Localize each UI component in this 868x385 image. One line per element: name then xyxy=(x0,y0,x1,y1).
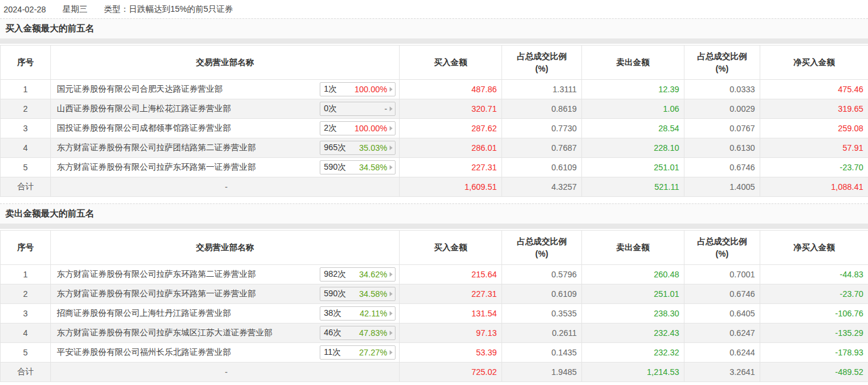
row-index-cell: 3 xyxy=(1,119,51,138)
date-bar: 2024-02-28 星期三 类型： 日跌幅达到15%的前5只证券 xyxy=(0,0,868,18)
visits-badge[interactable]: 38次42.11% xyxy=(320,306,396,321)
table-row: 1东方财富证券股份有限公司拉萨东环路第二证券营业部982次34.62%215.6… xyxy=(1,265,868,284)
sell-amount-cell: 238.30 xyxy=(582,304,684,323)
visits-badge[interactable]: 46次47.83% xyxy=(320,326,396,340)
win-rate: 42.11% xyxy=(360,309,387,318)
visits-badge[interactable]: 0次- xyxy=(320,102,396,116)
sell-amount-cell: 12.39 xyxy=(582,80,684,99)
row-index-cell: 1 xyxy=(1,265,51,284)
col-net-amount: 净买入金额 xyxy=(760,231,868,265)
chevron-right-icon xyxy=(390,165,393,170)
total-row: 合计-725.021.94851,214.533.2641-489.52 xyxy=(1,363,868,382)
department-cell: 东方财富证券股份有限公司拉萨东城区江苏大道证券营业部46次47.83% xyxy=(51,323,400,343)
buy-ratio-cell: 1.3111 xyxy=(502,80,582,99)
win-rate: 34.58% xyxy=(359,163,387,172)
buy-top5-table: 序号 交易营业部名称 买入金额 占总成交比例 (%) 卖出金额 占总成交比例 (… xyxy=(0,45,868,197)
row-index-cell: 4 xyxy=(1,323,51,343)
row-index-cell: 合计 xyxy=(1,363,51,382)
sell-ratio-cell: 0.6746 xyxy=(684,158,760,177)
buy-amount-cell: 131.54 xyxy=(400,304,502,323)
sell-amount-cell: 1,214.53 xyxy=(582,363,684,382)
buy-amount-cell: 1,609.51 xyxy=(400,177,502,197)
net-amount-cell: 259.08 xyxy=(760,119,868,138)
visits-badge[interactable]: 2次100.00% xyxy=(320,121,396,135)
visit-count: 1次 xyxy=(324,84,352,95)
col-net-amount: 净买入金额 xyxy=(760,46,868,80)
chevron-right-icon xyxy=(390,311,393,316)
department-link[interactable]: 东方财富证券股份有限公司拉萨东环路第二证券营业部 xyxy=(57,269,256,280)
table-row: 4东方财富证券股份有限公司拉萨团结路第二证券营业部965次35.03%286.0… xyxy=(1,138,868,158)
net-amount-cell: -489.52 xyxy=(760,363,868,382)
buy-ratio-cell: 0.7730 xyxy=(502,119,582,138)
net-amount-cell: 1,088.41 xyxy=(760,177,868,197)
col-buy-ratio: 占总成交比例 (%) xyxy=(502,46,582,80)
department-cell: 东方财富证券股份有限公司拉萨东环路第一证券营业部590次34.58% xyxy=(51,284,400,304)
buy-amount-cell: 487.86 xyxy=(400,80,502,99)
sell-ratio-cell: 1.4005 xyxy=(684,177,760,197)
visits-badge[interactable]: 590次34.58% xyxy=(320,160,396,174)
row-index-cell: 3 xyxy=(1,304,51,323)
net-amount-cell: 475.46 xyxy=(760,80,868,99)
sell-amount-cell: 251.01 xyxy=(582,284,684,304)
net-amount-cell: -44.83 xyxy=(760,265,868,284)
department-link[interactable]: 国投证券股份有限公司成都领事馆路证券营业部 xyxy=(57,123,231,134)
department-link[interactable]: 山西证券股份有限公司上海松花江路证券营业部 xyxy=(57,103,231,114)
table-row: 3国投证券股份有限公司成都领事馆路证券营业部2次100.00%287.620.7… xyxy=(1,119,868,138)
department-link[interactable]: 东方财富证券股份有限公司拉萨团结路第二证券营业部 xyxy=(57,143,256,153)
buy-section-title: 买入金额最大的前五名 xyxy=(0,18,868,44)
sell-ratio-cell: 0.6405 xyxy=(684,304,760,323)
department-cell: - xyxy=(51,177,400,197)
buy-ratio-cell: 1.9485 xyxy=(502,363,582,382)
visit-count: 982次 xyxy=(324,269,357,280)
col-department: 交易营业部名称 xyxy=(51,46,400,80)
row-index-cell: 4 xyxy=(1,138,51,158)
sell-amount-cell: 251.01 xyxy=(582,158,684,177)
row-index-cell: 5 xyxy=(1,343,51,363)
col-buy-amount: 买入金额 xyxy=(400,46,502,80)
buy-amount-cell: 215.64 xyxy=(400,265,502,284)
visits-badge[interactable]: 982次34.62% xyxy=(320,267,396,282)
department-link[interactable]: 东方财富证券股份有限公司拉萨东城区江苏大道证券营业部 xyxy=(57,328,272,338)
department-cell: 东方财富证券股份有限公司拉萨东环路第一证券营业部590次34.58% xyxy=(51,158,400,177)
sell-ratio-cell: 0.6130 xyxy=(684,138,760,158)
buy-amount-cell: 53.39 xyxy=(400,343,502,363)
sell-ratio-cell: 0.6247 xyxy=(684,323,760,343)
row-index-cell: 合计 xyxy=(1,177,51,197)
department-cell: 国元证券股份有限公司合肥天达路证券营业部1次100.00% xyxy=(51,80,400,99)
visits-badge[interactable]: 11次27.27% xyxy=(320,345,396,360)
visit-count: 11次 xyxy=(324,347,357,358)
table-row: 1国元证券股份有限公司合肥天达路证券营业部1次100.00%487.861.31… xyxy=(1,80,868,99)
list-type-value: 日跌幅达到15%的前5只证券 xyxy=(129,4,233,15)
net-amount-cell: 319.65 xyxy=(760,99,868,119)
buy-ratio-cell: 4.3257 xyxy=(502,177,582,197)
row-index-cell: 2 xyxy=(1,284,51,304)
net-amount-cell: -135.29 xyxy=(760,323,868,343)
department-link[interactable]: 国元证券股份有限公司合肥天达路证券营业部 xyxy=(57,84,223,95)
sell-amount-cell: 232.32 xyxy=(582,343,684,363)
department-cell: 平安证券股份有限公司福州长乐北路证券营业部11次27.27% xyxy=(51,343,400,363)
sell-ratio-cell: 0.7001 xyxy=(684,265,760,284)
win-rate: 35.03% xyxy=(359,143,387,153)
sell-ratio-cell: 0.6746 xyxy=(684,284,760,304)
trade-date: 2024-02-28 xyxy=(4,5,46,14)
col-buy-ratio: 占总成交比例 (%) xyxy=(502,231,582,265)
col-sell-amount: 卖出金额 xyxy=(582,231,684,265)
visits-badge[interactable]: 965次35.03% xyxy=(320,141,396,155)
win-rate: 100.00% xyxy=(355,85,387,94)
buy-amount-cell: 320.71 xyxy=(400,99,502,119)
department-cell: 山西证券股份有限公司上海松花江路证券营业部0次- xyxy=(51,99,400,119)
department-link[interactable]: 东方财富证券股份有限公司拉萨东环路第一证券营业部 xyxy=(57,289,256,299)
department-link[interactable]: 东方财富证券股份有限公司拉萨东环路第一证券营业部 xyxy=(57,162,256,173)
visits-badge[interactable]: 590次34.58% xyxy=(320,287,396,301)
visits-badge[interactable]: 1次100.00% xyxy=(320,82,396,96)
department-link[interactable]: 平安证券股份有限公司福州长乐北路证券营业部 xyxy=(57,347,231,358)
col-sell-ratio: 占总成交比例 (%) xyxy=(684,231,760,265)
department-link[interactable]: 招商证券股份有限公司上海牡丹江路证券营业部 xyxy=(57,308,231,319)
department-cell: 招商证券股份有限公司上海牡丹江路证券营业部38次42.11% xyxy=(51,304,400,323)
col-sell-amount: 卖出金额 xyxy=(582,46,684,80)
total-row: 合计-1,609.514.3257521.111.40051,088.41 xyxy=(1,177,868,197)
chevron-right-icon xyxy=(390,145,393,150)
buy-amount-cell: 227.31 xyxy=(400,284,502,304)
sell-section-title: 卖出金额最大的前五名 xyxy=(0,203,868,229)
row-index-cell: 1 xyxy=(1,80,51,99)
